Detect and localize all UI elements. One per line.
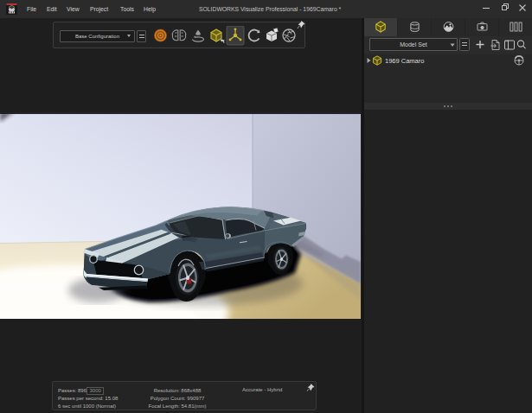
svg-text:1969 Camaro: 1969 Camaro [385, 57, 424, 65]
